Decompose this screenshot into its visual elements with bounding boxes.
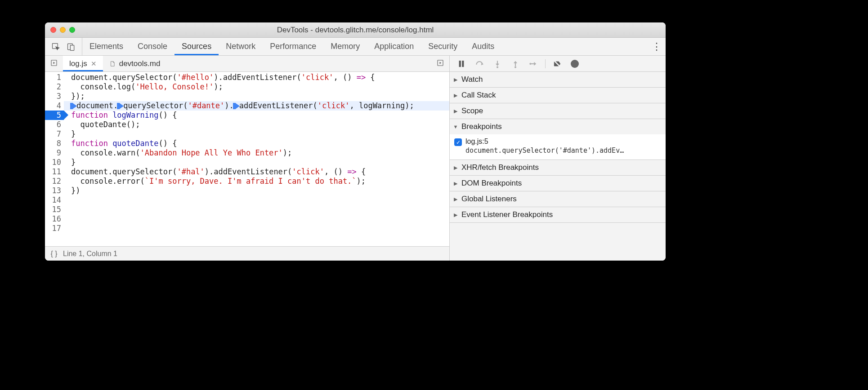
svg-point-9	[530, 63, 531, 64]
svg-rect-2	[70, 45, 74, 50]
debugger-toggle-icon[interactable]	[431, 59, 449, 69]
code-line[interactable]: document.querySelector('#hello').addEven…	[71, 73, 449, 82]
pane-call-stack: ▶Call Stack	[450, 88, 666, 103]
devtools-window: DevTools - devtools.glitch.me/console/lo…	[45, 22, 666, 261]
code-line[interactable]: quoteDante();	[71, 120, 449, 129]
svg-rect-6	[462, 61, 464, 66]
line-number[interactable]: 5	[45, 111, 64, 120]
maximize-window-button[interactable]	[69, 27, 75, 33]
pane-header[interactable]: ▶DOM Breakpoints	[450, 176, 666, 191]
inspect-element-icon[interactable]	[51, 42, 60, 51]
code-line[interactable]: function logWarning() {	[71, 111, 449, 120]
line-number[interactable]: 1	[45, 73, 61, 82]
chevron-down-icon: ▼	[452, 124, 459, 129]
tab-security[interactable]: Security	[421, 38, 465, 55]
more-options-icon[interactable]: ⋮	[648, 41, 666, 53]
line-number[interactable]: 10	[45, 158, 61, 167]
line-number[interactable]: 16	[45, 214, 61, 224]
line-number[interactable]: 6	[45, 120, 61, 129]
step-over-icon[interactable]	[475, 59, 484, 68]
line-number[interactable]: 13	[45, 186, 61, 195]
pause-exceptions-icon[interactable]	[571, 60, 579, 68]
file-tab-devtools-md[interactable]: devtools.md	[103, 56, 167, 71]
file-icon	[109, 60, 116, 67]
line-number[interactable]: 3	[45, 92, 61, 101]
line-number[interactable]: 12	[45, 177, 61, 186]
editor-statusbar: { } Line 1, Column 1	[45, 246, 449, 261]
code-line[interactable]: console.log('Hello, Console!');	[71, 82, 449, 92]
line-number[interactable]: 15	[45, 205, 61, 214]
file-tab-label: log.js	[69, 59, 87, 68]
line-number[interactable]: 8	[45, 139, 61, 148]
navigator-toggle-icon[interactable]	[45, 59, 63, 69]
tab-sources[interactable]: Sources	[174, 38, 219, 55]
line-number[interactable]: 7	[45, 129, 61, 139]
close-file-icon[interactable]: ✕	[91, 60, 97, 68]
tab-memory[interactable]: Memory	[323, 38, 367, 55]
pane-label: Global Listeners	[461, 195, 517, 204]
line-number[interactable]: 11	[45, 167, 61, 177]
file-tab-log-js[interactable]: log.js✕	[63, 56, 103, 71]
pane-xhr-fetch-breakpoints: ▶XHR/fetch Breakpoints	[450, 160, 666, 176]
code-line[interactable]: });	[71, 92, 449, 101]
pane-header[interactable]: ▼Breakpoints	[450, 119, 666, 134]
pane-scope: ▶Scope	[450, 103, 666, 119]
line-number[interactable]: 4	[45, 101, 61, 111]
deactivate-breakpoints-icon[interactable]	[553, 59, 562, 68]
code-line[interactable]: document.querySelector('#dante').addEven…	[64, 101, 449, 111]
line-number[interactable]: 2	[45, 82, 61, 92]
tab-application[interactable]: Application	[367, 38, 421, 55]
file-tab-label: devtools.md	[119, 59, 161, 68]
titlebar: DevTools - devtools.glitch.me/console/lo…	[45, 22, 666, 38]
chevron-right-icon: ▶	[452, 165, 459, 171]
minimize-window-button[interactable]	[60, 27, 66, 33]
code-line[interactable]: console.error(`I'm sorry, Dave. I'm afra…	[71, 177, 449, 186]
tab-network[interactable]: Network	[219, 38, 263, 55]
line-number[interactable]: 9	[45, 148, 61, 158]
pane-breakpoints: ▼Breakpoints✓log.js:5document.querySelec…	[450, 119, 666, 160]
pause-icon[interactable]	[457, 59, 466, 68]
code-line[interactable]: })	[71, 186, 449, 195]
close-window-button[interactable]	[50, 27, 56, 33]
svg-rect-5	[459, 61, 461, 66]
pane-header[interactable]: ▶Call Stack	[450, 88, 666, 103]
sources-panel: log.js✕devtools.md 123456789101112131415…	[45, 56, 450, 261]
chevron-right-icon: ▶	[452, 77, 459, 83]
breakpoint-row[interactable]: ✓log.js:5document.querySelector('#dante'…	[454, 137, 661, 155]
pane-header[interactable]: ▶Event Listener Breakpoints	[450, 207, 666, 222]
tab-elements[interactable]: Elements	[82, 38, 130, 55]
pane-header[interactable]: ▶Global Listeners	[450, 191, 666, 207]
pretty-print-icon[interactable]: { }	[45, 250, 63, 258]
pane-header[interactable]: ▶Scope	[450, 103, 666, 119]
pane-label: DOM Breakpoints	[461, 179, 522, 188]
code-line[interactable]: console.warn('Abandon Hope All Ye Who En…	[71, 148, 449, 158]
line-number[interactable]: 14	[45, 195, 61, 205]
tab-audits[interactable]: Audits	[465, 38, 501, 55]
pane-label: Event Listener Breakpoints	[461, 210, 553, 219]
step-icon[interactable]	[529, 59, 538, 68]
breakpoint-file: log.js:5	[465, 137, 624, 146]
cursor-position: Line 1, Column 1	[63, 250, 117, 258]
code-editor[interactable]: 1234567891011121314151617 document.query…	[45, 72, 449, 246]
breakpoint-checkbox[interactable]: ✓	[454, 138, 462, 146]
tab-console[interactable]: Console	[130, 38, 174, 55]
pane-label: Scope	[461, 106, 483, 115]
code-line[interactable]: function quoteDante() {	[71, 139, 449, 148]
pane-event-listener-breakpoints: ▶Event Listener Breakpoints	[450, 207, 666, 223]
pane-header[interactable]: ▶XHR/fetch Breakpoints	[450, 160, 666, 175]
step-into-icon[interactable]	[493, 59, 502, 68]
pane-label: Call Stack	[461, 91, 496, 100]
chevron-right-icon: ▶	[452, 181, 459, 186]
code-line[interactable]: }	[71, 158, 449, 167]
code-line[interactable]: }	[71, 129, 449, 139]
window-title: DevTools - devtools.glitch.me/console/lo…	[85, 26, 666, 35]
device-toggle-icon[interactable]	[67, 42, 76, 51]
traffic-lights	[45, 27, 85, 33]
pane-header[interactable]: ▶Watch	[450, 72, 666, 87]
step-out-icon[interactable]	[511, 59, 520, 68]
pane-label: XHR/fetch Breakpoints	[461, 163, 539, 172]
line-number[interactable]: 17	[45, 224, 61, 233]
code-line[interactable]: document.querySelector('#hal').addEventL…	[71, 167, 449, 177]
chevron-right-icon: ▶	[452, 93, 459, 98]
tab-performance[interactable]: Performance	[263, 38, 323, 55]
